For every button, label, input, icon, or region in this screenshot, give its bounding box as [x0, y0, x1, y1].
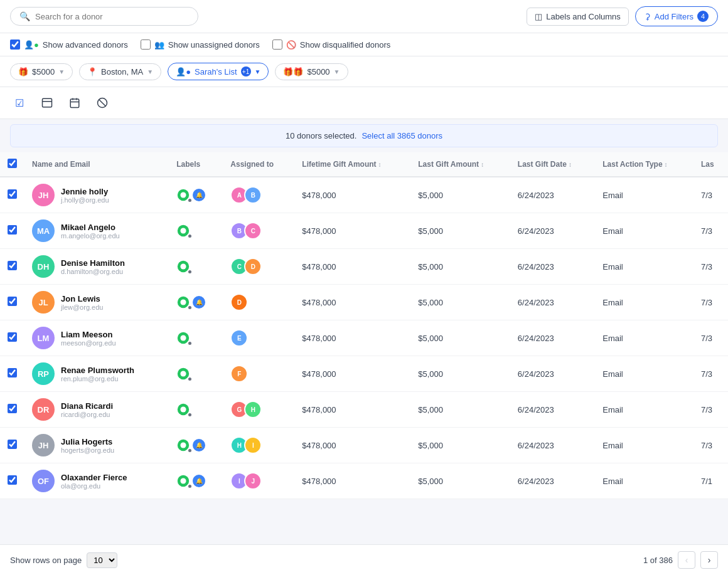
labels-icons [176, 224, 215, 238]
header-name: Name and Email [24, 152, 169, 177]
assigned-avatars: AB [230, 186, 287, 204]
show-disqualified-checkbox-label[interactable]: 🚫 Show disqualified donors [272, 40, 391, 50]
show-disqualified-checkbox[interactable] [272, 40, 282, 50]
list-badge: +1 [241, 66, 251, 76]
row-checkbox[interactable] [8, 404, 17, 413]
header-checkbox[interactable] [8, 159, 17, 168]
list-chip[interactable]: 👤● Sarah's List +1 ▼ [168, 63, 269, 80]
show-unassigned-checkbox[interactable] [141, 40, 151, 50]
donor-name: Liam Meeson [61, 330, 116, 339]
sort-icon-action-type: ↕ [665, 161, 668, 168]
filter-bar: 👤● Show advanced donors 👥 Show unassigne… [0, 33, 728, 56]
svg-point-19 [181, 371, 186, 376]
last-gift-amount: $5,000 [410, 285, 510, 320]
selected-count-text: 10 donors selected. [286, 131, 356, 140]
block-action-button[interactable] [93, 93, 112, 112]
chip-arrow-4: ▼ [334, 68, 340, 75]
donor-email: ricardi@org.edu [61, 411, 113, 418]
last-gift-amount: $5,000 [410, 428, 510, 463]
donor-email: ola@org.edu [61, 482, 127, 490]
next-page-button[interactable]: › [700, 551, 718, 569]
gift-amount-label-1: $5000 [32, 67, 55, 76]
row-checkbox[interactable] [8, 261, 17, 270]
donor-info: Jon Lewis jlew@org.edu [61, 294, 103, 311]
table-row: JH Julia Hogerts hogerts@org.edu 🔔HI$478… [0, 428, 728, 463]
table-row: OF Olaxander Fierce ola@org.edu 🔔IJ$478,… [0, 463, 728, 499]
show-advanced-checkbox-label[interactable]: 👤● Show advanced donors [10, 40, 128, 50]
search-icon: 🔍 [19, 11, 30, 21]
svg-rect-0 [43, 98, 52, 107]
gift-amount-chip-2[interactable]: 🎁🎁 $5000 ▼ [275, 63, 348, 80]
unassigned-icon: 👥 [154, 40, 164, 50]
header-last-date[interactable]: Last Gift Date↕ [510, 152, 595, 177]
donors-table: Name and Email Labels Assigned to Lifeti… [0, 152, 728, 499]
label-dot [187, 305, 193, 310]
donor-info: Mikael Angelo m.angelo@org.edu [61, 223, 120, 240]
row-checkbox[interactable] [8, 368, 17, 377]
assigned-cell: BC [223, 213, 294, 249]
labels-icons: 🔔 [176, 295, 215, 309]
svg-point-17 [181, 335, 186, 340]
select-all-action-checkbox[interactable]: ☑ [10, 93, 29, 112]
label-bubble-icon [176, 438, 190, 452]
lifetime-gift-amount: $478,000 [294, 249, 410, 285]
label-bubble-icon [176, 331, 190, 345]
donor-name: Mikael Angelo [61, 223, 120, 232]
table-row: DR Diana Ricardi ricardi@org.edu GH$478,… [0, 392, 728, 428]
lifetime-gift-amount: $478,000 [294, 285, 410, 320]
tag-action-button[interactable] [38, 93, 56, 112]
svg-point-21 [181, 406, 186, 412]
last-gift-amount: $5,000 [410, 463, 510, 499]
filter-icon: ⚳ [645, 12, 651, 21]
assigned-avatar: I [244, 436, 262, 454]
row-checkbox[interactable] [8, 440, 17, 449]
last-action-type: Email [595, 285, 693, 320]
last-gift-date: 6/24/2023 [510, 392, 595, 428]
label-dot [187, 412, 193, 418]
svg-point-9 [181, 192, 186, 198]
prev-page-button[interactable]: ‹ [678, 551, 695, 569]
show-advanced-checkbox[interactable] [10, 40, 20, 50]
last-gift-date: 6/24/2023 [510, 463, 595, 499]
last-gift-date: 6/24/2023 [510, 320, 595, 356]
row-checkbox[interactable] [8, 297, 17, 306]
show-unassigned-checkbox-label[interactable]: 👥 Show unassigned donors [141, 40, 260, 50]
lifetime-gift-amount: $478,000 [294, 392, 410, 428]
donor-info: Diana Ricardi ricardi@org.edu [61, 401, 113, 418]
search-input[interactable] [35, 12, 189, 21]
calendar-action-button[interactable] [65, 93, 84, 112]
assigned-cell: E [223, 320, 294, 356]
location-label: Boston, MA [101, 67, 143, 76]
rows-select-input[interactable]: 10 25 50 [87, 552, 117, 568]
donor-info: Liam Meeson meeson@org.edu [61, 330, 116, 347]
add-filters-button[interactable]: ⚳ Add Filters 4 [635, 6, 718, 26]
header-lifetime[interactable]: Lifetime Gift Amount↕ [294, 152, 410, 177]
last-gift-date: 6/24/2023 [510, 356, 595, 392]
search-box[interactable]: 🔍 [10, 7, 198, 26]
location-chip[interactable]: 📍 Boston, MA ▼ [79, 63, 161, 80]
labels-columns-button[interactable]: ◫ Labels and Columns [527, 8, 629, 26]
selection-banner: 10 donors selected. Select all 3865 dono… [10, 124, 718, 147]
last-action-type: Email [595, 356, 693, 392]
row-checkbox[interactable] [8, 332, 17, 342]
labels-cell [169, 356, 223, 392]
row-checkbox[interactable] [8, 475, 17, 485]
gift-amount-chip-1[interactable]: 🎁 $5000 ▼ [10, 63, 73, 80]
select-all-link[interactable]: Select all 3865 donors [361, 131, 442, 140]
last-col-value: 7/3 [693, 392, 728, 428]
donor-name: Denise Hamilton [61, 258, 125, 268]
header-last-gift[interactable]: Last Gift Amount↕ [410, 152, 510, 177]
show-advanced-label: Show advanced donors [43, 40, 128, 50]
last-gift-amount: $5,000 [410, 356, 510, 392]
label-bell-icon: 🔔 [193, 475, 205, 487]
filter-count-badge: 4 [697, 11, 709, 22]
svg-point-15 [181, 299, 186, 305]
avatar: DH [32, 255, 55, 278]
row-checkbox[interactable] [8, 225, 17, 235]
assigned-avatar: H [244, 401, 262, 418]
label-bell-icon: 🔔 [193, 439, 205, 451]
header-action-type[interactable]: Last Action Type↕ [595, 152, 693, 177]
row-checkbox[interactable] [8, 189, 17, 199]
last-col-value: 7/3 [693, 356, 728, 392]
svg-point-13 [181, 263, 186, 269]
